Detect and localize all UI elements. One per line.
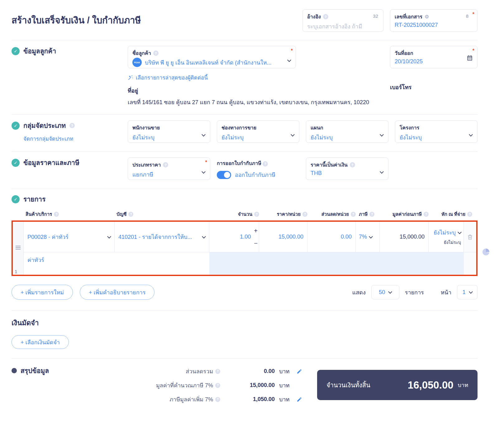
help-icon[interactable]: ? xyxy=(263,161,268,167)
pretax-amount: 15,000.00 xyxy=(380,222,429,252)
help-icon[interactable]: ? xyxy=(424,212,429,217)
col-tax: ภาษี xyxy=(359,210,368,218)
withholding-value: ยังไม่ระบุ xyxy=(434,230,456,236)
page-size-select[interactable]: 50 xyxy=(371,285,399,299)
account-select[interactable]: 410201 - รายได้จากการให้บ... xyxy=(115,222,209,252)
summary-row-taxable: มูลค่าที่คำนวณภาษี 7% ? 15,000.00 บาท xyxy=(128,381,302,390)
customer-name-select[interactable]: ชื่อลูกค้า ? * PEAK บริษัท พี ยู ยู เอ็น… xyxy=(128,46,296,68)
vat-label: ภาษีมูลค่าเพิ่ม 7% xyxy=(169,395,213,404)
reference-field[interactable]: อ้างอิง ? 32 ระบุเอกสารอ้างอิง ถ้ามี xyxy=(302,9,383,32)
unit-price-input[interactable]: 15,000.00 xyxy=(259,222,307,252)
page-title: สร้างใบเสร็จรับเงิน / ใบกำกับภาษี xyxy=(12,13,141,27)
edit-vat-button[interactable] xyxy=(293,397,302,402)
pricing-section: ✓ ข้อมูลราคาและภาษี ประเภทราคา ? * แยกภา… xyxy=(12,157,478,180)
help-icon[interactable]: ? xyxy=(54,212,59,217)
drag-handle[interactable]: 1 xyxy=(13,222,24,275)
discount-input[interactable]: 0.00 xyxy=(307,222,356,252)
salesperson-dropdown[interactable]: พนักงานขาย ยังไม่ระบุ xyxy=(128,120,210,143)
customer-section: ✓ ข้อมูลลูกค้า ชื่อลูกค้า ? * PEAK บริษั… xyxy=(12,46,478,107)
issue-date-label: วันที่ออก xyxy=(395,49,413,57)
description-extension-area xyxy=(209,252,464,275)
pie-widget-icon[interactable] xyxy=(483,249,489,255)
project-label: โครงการ xyxy=(400,124,419,132)
sales-channel-dropdown[interactable]: ช่องทางการขาย ยังไม่ระบุ xyxy=(217,120,299,143)
quantity-value: 1.00 xyxy=(240,234,251,240)
help-icon[interactable]: ? xyxy=(323,14,328,19)
customer-name-label: ชื่อลูกค้า xyxy=(132,49,151,57)
currency-dropdown[interactable]: ราคานี้เป็นค่าเงิน ? THB xyxy=(306,157,388,180)
help-icon[interactable]: ? xyxy=(163,162,168,167)
edit-discount-button[interactable] xyxy=(293,369,302,374)
reference-label: อ้างอิง xyxy=(307,13,321,21)
tax-invoice-toggle-text: ออกใบกำกับภาษี xyxy=(235,170,275,179)
recent-items-link-text[interactable]: เลือกรายการล่าสุดของผู้ติดต่อนี้ xyxy=(136,73,208,82)
withholding-sub-value: ยังไม่ระบุ xyxy=(444,239,461,246)
quantity-decrease-button[interactable]: − xyxy=(254,240,258,246)
help-icon[interactable]: ? xyxy=(215,383,220,388)
description-input[interactable]: ค่าทัวร์ xyxy=(24,252,209,275)
page-select[interactable]: 1 xyxy=(457,285,478,299)
magic-wand-icon xyxy=(128,75,133,80)
tax-invoice-toggle[interactable] xyxy=(217,171,231,179)
divider xyxy=(12,40,478,40)
discount-total-unit: บาท xyxy=(275,367,293,376)
help-icon[interactable]: ? xyxy=(467,212,472,217)
help-icon[interactable]: ? xyxy=(369,212,374,217)
col-product: สินค้า/บริการ xyxy=(26,210,52,218)
quantity-increase-button[interactable]: + xyxy=(254,228,258,234)
summary-title: สรุปข้อมูล xyxy=(21,365,49,376)
help-icon[interactable]: ? xyxy=(128,212,133,217)
help-icon[interactable]: ? xyxy=(215,369,220,374)
unit-price-value: 15,000.00 xyxy=(278,234,303,240)
delete-row-button[interactable] xyxy=(464,222,476,252)
gear-icon[interactable]: ⚙ xyxy=(425,14,429,19)
help-icon[interactable]: ? xyxy=(351,212,356,217)
page-value: 1 xyxy=(462,289,465,296)
taxable-amount-value: 15,000.00 xyxy=(220,382,275,389)
items-label: รายการ xyxy=(405,288,424,297)
pricing-label-col: ✓ ข้อมูลราคาและภาษี xyxy=(12,157,128,180)
product-select[interactable]: P00028 - ค่าทัวร์ xyxy=(24,222,115,252)
reference-placeholder: ระบุเอกสารอ้างอิง ถ้ามี xyxy=(307,22,379,31)
col-withholding: หัก ณ ที่จ่าย xyxy=(441,210,465,218)
divider xyxy=(12,152,478,152)
summary-rows: ส่วนลดรวม ? 0.00 บาท มูลค่าที่คำนวณภาษี … xyxy=(128,367,302,404)
manage-classification-link[interactable]: จัดการกลุ่มจัดประเภท xyxy=(23,134,128,143)
vat-unit: บาท xyxy=(275,395,293,404)
items-actions: + เพิ่มรายการใหม่ + เพิ่มคำอธิบายรายการ … xyxy=(12,285,478,300)
add-item-button[interactable]: + เพิ่มรายการใหม่ xyxy=(12,285,73,300)
salesperson-value: ยังไม่ระบุ xyxy=(132,133,206,142)
select-deposit-button[interactable]: + เลือกเงินมัดจำ xyxy=(12,335,69,349)
help-icon[interactable]: ? xyxy=(215,397,220,402)
taxable-amount-label: มูลค่าที่คำนวณภาษี 7% xyxy=(156,381,213,390)
quantity-stepper[interactable]: 1.00 + − xyxy=(209,222,259,252)
department-dropdown[interactable]: แผนก ยังไม่ระบุ xyxy=(306,120,388,143)
add-description-button[interactable]: + เพิ่มคำอธิบายรายการ xyxy=(80,285,155,300)
calendar-icon[interactable] xyxy=(467,55,473,62)
customer-name-value: บริษัท พี ยู ยู เอ็น อินเทลลิเจนท์ จำกัด… xyxy=(145,58,272,67)
department-label: แผนก xyxy=(311,124,323,132)
price-type-dropdown[interactable]: ประเภทราคา ? * แยกภาษี xyxy=(128,157,210,180)
recent-items-link[interactable]: เลือกรายการล่าสุดของผู้ติดต่อนี้ xyxy=(128,73,390,82)
items-section: ✓ รายการ สินค้า/บริการ ? บัญชี ? จำนวน ?… xyxy=(12,194,478,276)
help-icon[interactable]: ? xyxy=(69,123,75,128)
project-dropdown[interactable]: โครงการ ยังไม่ระบุ xyxy=(395,120,478,143)
discount-total-value: 0.00 xyxy=(220,368,275,375)
classification-section: ✓ กลุ่มจัดประเภท ? จัดการกลุ่มจัดประเภท … xyxy=(12,120,478,143)
issue-date-field[interactable]: วันที่ออก * 20/10/2025 xyxy=(390,46,478,68)
withholding-select[interactable]: ยังไม่ระบุ ยังไม่ระบุ xyxy=(429,222,464,252)
help-icon[interactable]: ? xyxy=(350,162,355,167)
currency-label: ราคานี้เป็นค่าเงิน xyxy=(311,161,348,169)
items-title: รายการ xyxy=(23,194,45,204)
help-icon[interactable]: ? xyxy=(153,51,159,56)
help-icon[interactable]: ? xyxy=(302,212,307,217)
account-value: 410201 - รายได้จากการให้บ... xyxy=(118,232,192,241)
phone-label: เบอร์โทร xyxy=(390,83,478,92)
summary-label-col: สรุปข้อมูล xyxy=(12,365,128,404)
grand-total-box: จำนวนเงินทั้งสิ้น 16,050.00 บาท xyxy=(317,370,478,400)
item-row-main: P00028 - ค่าทัวร์ 410201 - รายได้จากการใ… xyxy=(24,222,476,252)
vat-value: 1,050.00 xyxy=(220,396,275,403)
help-icon[interactable]: ? xyxy=(254,212,259,217)
doc-number-field[interactable]: เลขที่เอกสาร ⚙ 8 * RT-20251000027 xyxy=(390,9,478,32)
tax-select[interactable]: 7% xyxy=(356,222,380,252)
